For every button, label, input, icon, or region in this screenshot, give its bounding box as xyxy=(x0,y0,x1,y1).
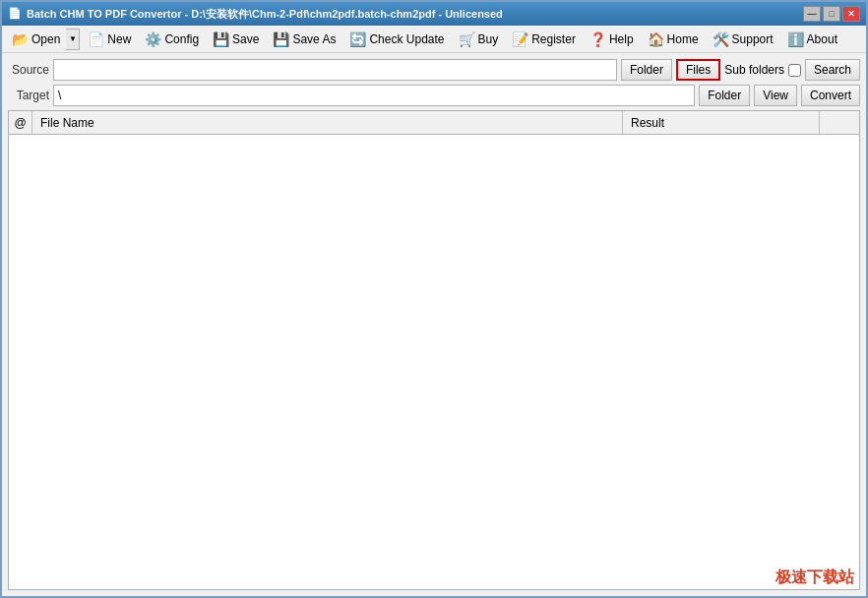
support-label: Support xyxy=(732,32,774,46)
save-as-icon: 💾 xyxy=(273,31,289,47)
source-files-button[interactable]: Files xyxy=(676,59,720,81)
target-view-button[interactable]: View xyxy=(754,85,797,106)
help-icon: ❓ xyxy=(589,31,606,47)
app-icon: 📄 xyxy=(8,7,22,21)
home-label: Home xyxy=(667,32,699,46)
source-folder-button[interactable]: Folder xyxy=(621,59,672,81)
target-label: Target xyxy=(8,89,49,102)
register-label: Register xyxy=(531,32,576,46)
window-title: Batch CHM TO PDF Convertor - D:\安装软件\Chm… xyxy=(27,7,803,22)
save-icon: 💾 xyxy=(213,31,229,47)
new-menu-item[interactable]: 📄 New xyxy=(82,29,137,50)
home-icon: 🏠 xyxy=(648,31,664,47)
buy-label: Buy xyxy=(478,32,499,46)
buy-menu-item[interactable]: 🛒 Buy xyxy=(453,29,505,50)
save-label: Save xyxy=(232,32,259,46)
target-row: Target Folder View Convert xyxy=(8,85,860,106)
open-group: 📂 Open ▼ xyxy=(6,29,80,50)
home-menu-item[interactable]: 🏠 Home xyxy=(642,29,705,50)
buy-icon: 🛒 xyxy=(459,31,475,47)
about-label: About xyxy=(807,32,837,46)
register-menu-item[interactable]: 📝 Register xyxy=(506,29,582,50)
save-as-menu-item[interactable]: 💾 Save As xyxy=(267,29,341,50)
open-label: Open xyxy=(31,32,60,46)
support-menu-item[interactable]: 🛠️ Support xyxy=(707,29,779,50)
check-update-menu-item[interactable]: 🔄 Check Update xyxy=(343,29,450,50)
subfolders-checkbox[interactable] xyxy=(788,64,801,77)
table-body xyxy=(9,135,859,589)
check-update-icon: 🔄 xyxy=(349,31,366,47)
support-icon: 🛠️ xyxy=(713,31,729,47)
source-label: Source xyxy=(8,63,49,77)
about-icon: ℹ️ xyxy=(787,31,804,47)
help-menu-item[interactable]: ❓ Help xyxy=(584,29,640,50)
target-folder-button[interactable]: Folder xyxy=(699,85,750,106)
file-table: @ File Name Result xyxy=(8,110,860,590)
window-controls: — □ ✕ xyxy=(803,6,860,22)
about-menu-item[interactable]: ℹ️ About xyxy=(781,29,843,50)
minimize-button[interactable]: — xyxy=(803,6,821,22)
convert-button[interactable]: Convert xyxy=(801,85,860,106)
target-input[interactable] xyxy=(53,85,695,106)
source-input[interactable] xyxy=(53,59,617,81)
config-menu-item[interactable]: ⚙️ Config xyxy=(139,29,205,50)
register-icon: 📝 xyxy=(512,31,528,47)
save-menu-item[interactable]: 💾 Save xyxy=(207,29,265,50)
watermark: 极速下载站 xyxy=(775,568,854,588)
title-bar: 📄 Batch CHM TO PDF Convertor - D:\安装软件\C… xyxy=(2,2,866,26)
open-icon: 📂 xyxy=(12,31,29,47)
subfolders-group: Sub folders xyxy=(724,63,801,77)
new-label: New xyxy=(107,32,131,46)
check-update-label: Check Update xyxy=(369,32,444,46)
open-menu-item[interactable]: 📂 Open xyxy=(6,29,66,50)
col-result: Result xyxy=(623,111,820,134)
maximize-button[interactable]: □ xyxy=(823,6,840,22)
config-icon: ⚙️ xyxy=(145,31,161,47)
new-icon: 📄 xyxy=(88,31,104,47)
col-at: @ xyxy=(9,111,32,134)
table-header: @ File Name Result xyxy=(9,111,859,135)
open-dropdown-button[interactable]: ▼ xyxy=(66,29,80,50)
content-area: Source Folder Files Sub folders Search T… xyxy=(2,53,866,596)
col-filename: File Name xyxy=(32,111,623,134)
subfolders-label: Sub folders xyxy=(724,63,784,77)
col-extra xyxy=(820,111,859,134)
config-label: Config xyxy=(164,32,199,46)
search-button[interactable]: Search xyxy=(805,59,860,81)
menu-bar: 📂 Open ▼ 📄 New ⚙️ Config 💾 Save 💾 Save A… xyxy=(2,26,866,53)
main-window: 📄 Batch CHM TO PDF Convertor - D:\安装软件\C… xyxy=(0,0,868,598)
help-label: Help xyxy=(609,32,634,46)
save-as-label: Save As xyxy=(292,32,336,46)
close-button[interactable]: ✕ xyxy=(842,6,860,22)
source-row: Source Folder Files Sub folders Search xyxy=(8,59,860,81)
